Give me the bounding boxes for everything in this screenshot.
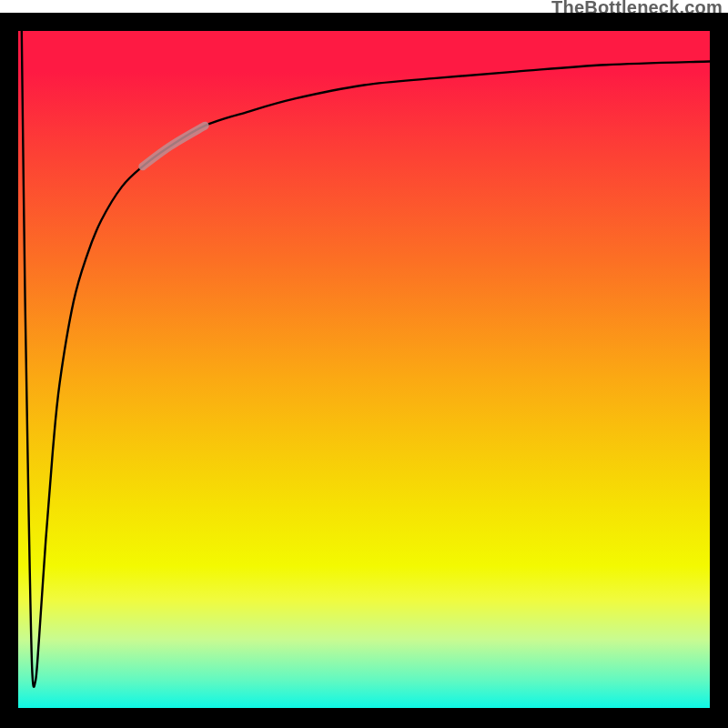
plot-area <box>18 31 710 708</box>
curve-svg <box>18 31 710 708</box>
bottleneck-curve <box>22 31 710 687</box>
plot-frame <box>0 13 728 728</box>
curve-highlight <box>143 126 205 167</box>
chart-stage: TheBottleneck.com <box>0 0 728 728</box>
